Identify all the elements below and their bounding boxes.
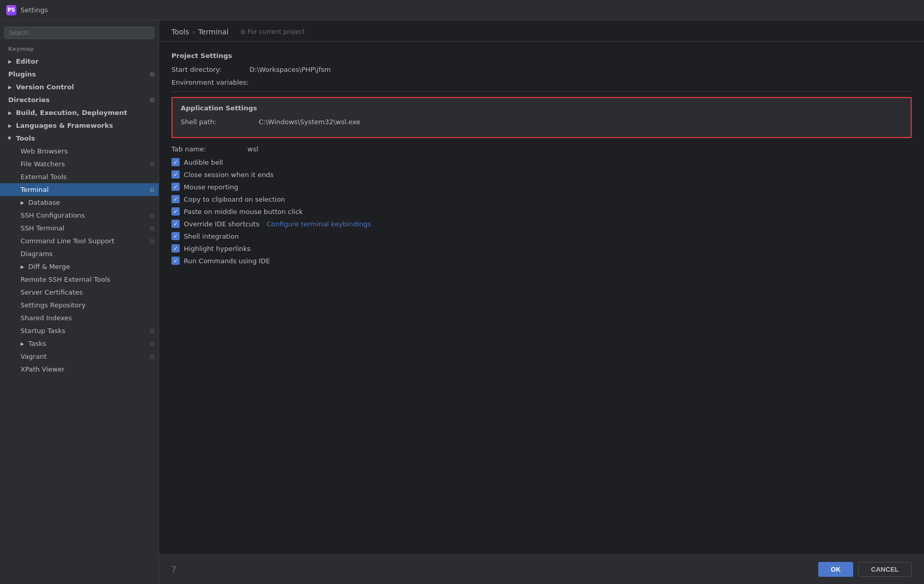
- sidebar-item-label: Diff & Merge: [28, 263, 70, 270]
- checkbox-copy-clipboard-input[interactable]: [171, 195, 180, 203]
- checkbox-close-session-input[interactable]: [171, 170, 180, 179]
- sidebar-item-terminal[interactable]: Terminal ⧉: [0, 183, 159, 196]
- sidebar-item-ssh-terminal[interactable]: SSH Terminal ⧉: [0, 222, 159, 235]
- sidebar-item-label: Terminal: [21, 186, 49, 193]
- copy-icon: ⧉: [150, 212, 155, 219]
- for-current-project-label: For current project: [247, 28, 304, 35]
- sidebar: Keymap ▶ Editor Plugins ⧉ ▶ Version Cont…: [0, 21, 159, 584]
- application-settings-box: Application Settings Shell path: C:\Wind…: [171, 97, 912, 138]
- copy-icon: ⧉: [150, 238, 155, 245]
- sidebar-item-label: Database: [28, 199, 60, 206]
- sidebar-item-external-tools[interactable]: External Tools: [0, 170, 159, 183]
- ok-button[interactable]: OK: [818, 562, 853, 577]
- sidebar-item-settings-repository[interactable]: Settings Repository: [0, 299, 159, 312]
- app-settings-title: Application Settings: [181, 104, 902, 112]
- sidebar-item-file-watchers[interactable]: File Watchers ⧉: [0, 158, 159, 170]
- checkbox-paste-middle: Paste on middle mouse button click: [171, 207, 912, 216]
- sidebar-item-languages-frameworks[interactable]: ▶ Languages & Frameworks: [0, 119, 159, 132]
- sidebar-item-label: External Tools: [21, 173, 67, 181]
- cancel-button[interactable]: CANCEL: [858, 562, 912, 577]
- for-current-project[interactable]: ⧉ For current project: [241, 28, 304, 35]
- sidebar-search-input[interactable]: [4, 27, 155, 39]
- divider: [171, 91, 912, 92]
- sidebar-item-build-execution-deployment[interactable]: ▶ Build, Execution, Deployment: [0, 106, 159, 119]
- sidebar-item-label: Vagrant: [21, 353, 47, 360]
- sidebar-item-label: Editor: [16, 57, 38, 65]
- copy-icon: ⧉: [150, 96, 155, 104]
- copy-icon: ⧉: [150, 161, 155, 168]
- checkbox-audible-bell: Audible bell: [171, 158, 912, 166]
- sidebar-item-label: Settings Repository: [21, 301, 86, 309]
- checkbox-close-session: Close session when it ends: [171, 170, 912, 179]
- sidebar-item-version-control[interactable]: ▶ Version Control: [0, 81, 159, 93]
- checkbox-highlight-hyperlinks-input[interactable]: [171, 244, 180, 252]
- sidebar-item-label: Web Browsers: [21, 147, 68, 155]
- window-title: Settings: [21, 6, 48, 14]
- chevron-icon: ▶: [8, 123, 12, 128]
- chevron-icon: ▶: [21, 200, 24, 205]
- start-directory-row: Start directory: D:\Workspaces\PHP\jfsm: [171, 66, 912, 73]
- sidebar-item-xpath-viewer[interactable]: XPath Viewer: [0, 363, 159, 376]
- checkbox-paste-middle-input[interactable]: [171, 207, 180, 216]
- sidebar-item-label: Languages & Frameworks: [16, 122, 113, 129]
- content-scroll: Project Settings Start directory: D:\Wor…: [159, 42, 924, 554]
- checkbox-run-commands-ide-label: Run Commands using IDE: [184, 257, 270, 265]
- checkbox-audible-bell-label: Audible bell: [184, 159, 223, 166]
- env-variables-label: Environment variables:: [171, 79, 249, 86]
- breadcrumb-separator: ›: [192, 28, 196, 36]
- sidebar-item-shared-indexes[interactable]: Shared Indexes: [0, 312, 159, 324]
- sidebar-item-command-line-tool-support[interactable]: Command Line Tool Support ⧉: [0, 235, 159, 247]
- checkbox-override-ide-shortcuts-input[interactable]: [171, 220, 180, 228]
- sidebar-item-remote-ssh-external-tools[interactable]: Remote SSH External Tools: [0, 273, 159, 286]
- checkbox-run-commands-ide-input[interactable]: [171, 257, 180, 265]
- copy-icon: ⧉: [150, 340, 155, 347]
- sidebar-item-ssh-configurations[interactable]: SSH Configurations ⧉: [0, 209, 159, 222]
- sidebar-item-label: Tasks: [28, 340, 46, 347]
- sidebar-item-server-certificates[interactable]: Server Certificates: [0, 286, 159, 299]
- start-directory-value: D:\Workspaces\PHP\jfsm: [249, 66, 331, 73]
- checkbox-override-ide-shortcuts-label: Override IDE shortcuts: [184, 220, 259, 228]
- sidebar-item-tools[interactable]: ▶ Tools: [0, 132, 159, 145]
- checkbox-shell-integration-input[interactable]: [171, 232, 180, 240]
- sidebar-item-label: Tools: [16, 134, 35, 142]
- sidebar-item-label: File Watchers: [21, 160, 65, 168]
- title-bar: PS Settings: [0, 0, 924, 21]
- sidebar-item-label: Command Line Tool Support: [21, 237, 114, 245]
- sidebar-item-label: Directories: [8, 96, 50, 104]
- sidebar-item-tasks[interactable]: ▶ Tasks ⧉: [0, 337, 159, 350]
- sidebar-item-vagrant[interactable]: Vagrant ⧉: [0, 350, 159, 363]
- sidebar-item-label: Startup Tasks: [21, 327, 65, 335]
- checkbox-mouse-reporting-input[interactable]: [171, 183, 180, 191]
- checkbox-shell-integration-label: Shell integration: [184, 232, 239, 240]
- help-button[interactable]: ?: [171, 564, 177, 575]
- sidebar-item-diff-merge[interactable]: ▶ Diff & Merge: [0, 260, 159, 273]
- sidebar-item-label: SSH Configurations: [21, 211, 85, 219]
- sidebar-item-label: Diagrams: [21, 250, 53, 258]
- breadcrumb: Tools › Terminal: [171, 28, 228, 36]
- sidebar-item-editor[interactable]: ▶ Editor: [0, 55, 159, 68]
- tab-name-value: wsl: [247, 145, 258, 153]
- sidebar-item-startup-tasks[interactable]: Startup Tasks ⧉: [0, 324, 159, 337]
- sidebar-item-keymap[interactable]: Keymap: [0, 43, 159, 55]
- sidebar-item-directories[interactable]: Directories ⧉: [0, 93, 159, 106]
- bottom-bar: ? OK CANCEL: [159, 554, 924, 584]
- configure-terminal-keybindings-link[interactable]: Configure terminal keybindings: [266, 220, 371, 228]
- sidebar-item-label: Plugins: [8, 70, 36, 78]
- shell-path-row: Shell path: C:\Windows\System32\wsl.exe: [181, 118, 902, 126]
- chevron-icon: ▶: [8, 85, 12, 90]
- start-directory-label: Start directory:: [171, 66, 243, 73]
- sidebar-item-label: Keymap: [8, 46, 34, 52]
- sidebar-item-plugins[interactable]: Plugins ⧉: [0, 68, 159, 81]
- copy-icon: ⧉: [150, 353, 155, 360]
- checkbox-audible-bell-input[interactable]: [171, 158, 180, 166]
- sidebar-item-web-browsers[interactable]: Web Browsers: [0, 145, 159, 158]
- checkbox-run-commands-ide: Run Commands using IDE: [171, 257, 912, 265]
- checkbox-copy-clipboard-label: Copy to clipboard on selection: [184, 196, 285, 203]
- action-buttons: OK CANCEL: [818, 562, 912, 577]
- sidebar-item-diagrams[interactable]: Diagrams: [0, 247, 159, 260]
- sidebar-item-database[interactable]: ▶ Database: [0, 196, 159, 209]
- breadcrumb-parent: Tools: [171, 28, 189, 36]
- chevron-icon: ▶: [8, 110, 12, 115]
- checkbox-close-session-label: Close session when it ends: [184, 171, 274, 179]
- checkbox-shell-integration: Shell integration: [171, 232, 912, 240]
